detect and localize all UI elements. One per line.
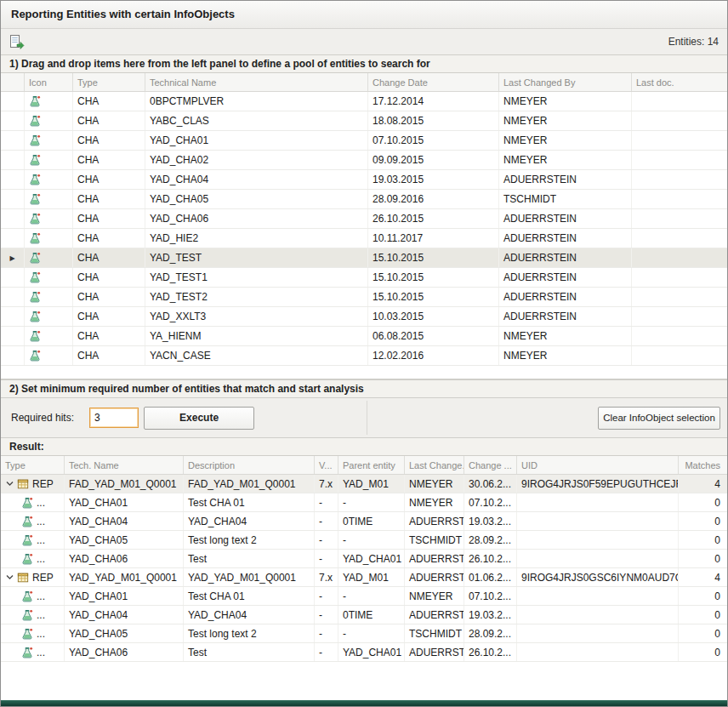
entity-row[interactable]: CHAYAD_XXLT310.03.2015ADUERRSTEIN	[1, 307, 727, 327]
cell-last-doc	[632, 92, 727, 111]
result-table-body: REPFAD_YAD_M01_Q0001FAD_YAD_M01_Q00017.x…	[1, 475, 727, 662]
entity-row[interactable]: CHAYAD_CHA0419.03.2015ADUERRSTEIN	[1, 170, 727, 190]
cell-type: CHA	[73, 170, 145, 189]
characteristic-icon	[25, 307, 73, 326]
cell-last-changed-by: ADUERRSTEIN	[499, 209, 632, 228]
result-child-row[interactable]: ...YAD_CHA05Test long text 2--TSCHMIDT28…	[1, 624, 727, 643]
cell-last-changed-by: ADUERRSTEIN	[499, 229, 632, 248]
column-header-uid[interactable]: UID	[517, 456, 679, 474]
column-header-matches[interactable]: Matches	[679, 456, 727, 474]
cell-change-date: 15.10.2015	[368, 248, 499, 267]
cell-change-date: 26.10.2015	[368, 209, 499, 228]
characteristic-icon	[21, 553, 33, 565]
cell-change: 26.10.2...	[464, 550, 517, 567]
result-child-row[interactable]: ...YAD_CHA04YAD_CHA04-0TIMEADUERRSTE...1…	[1, 512, 727, 531]
cell-uid: 9IROG4JRJS0F59EPUGUTHCEJR	[517, 475, 679, 493]
cell-type-text: REP	[32, 478, 54, 490]
cell-tech-name: YAD_CHA06	[65, 643, 184, 661]
cell-last-change: ADUERRSTE...	[405, 512, 464, 530]
entity-row[interactable]: CHAYAD_TEST115.10.2015ADUERRSTEIN	[1, 268, 727, 288]
cell-version: -	[315, 587, 338, 605]
cell-version: -	[315, 531, 338, 549]
entity-row[interactable]: CHAYAD_CHA0528.09.2016TSCHMIDT	[1, 190, 727, 209]
required-hits-label: Required hits:	[11, 412, 74, 424]
row-select-gutter	[1, 268, 25, 287]
cell-last-changed-by: ADUERRSTEIN	[499, 307, 632, 326]
row-select-gutter	[1, 307, 25, 326]
cell-version: -	[315, 493, 338, 511]
cell-change: 30.06.2...	[464, 475, 517, 493]
entity-row[interactable]: CHAYA_HIENM06.08.2015NMEYER	[1, 327, 727, 346]
column-header-last-change[interactable]: Last Change...	[405, 456, 464, 474]
entity-row[interactable]: CHAYAD_CHA0209.09.2015NMEYER	[1, 151, 727, 170]
column-header-icon[interactable]: Icon	[25, 73, 73, 91]
column-header-tech-name[interactable]: Tech. Name	[65, 456, 184, 474]
cell-parent-entity: -	[338, 587, 405, 605]
result-child-row[interactable]: ...YAD_CHA01Test CHA 01--NMEYER07.10.2..…	[1, 493, 727, 512]
characteristic-icon	[25, 170, 73, 189]
cell-matches: 0	[679, 531, 727, 549]
cell-change: 07.10.2...	[464, 587, 517, 605]
entity-row[interactable]: CHA0BPCTMPLVER17.12.2014NMEYER	[1, 92, 727, 111]
result-child-row[interactable]: ...YAD_CHA01Test CHA 01--NMEYER07.10.2..…	[1, 587, 727, 606]
column-header-last-doc[interactable]: Last doc.	[632, 73, 727, 91]
cell-uid: 9IROG4JRJS0GSC6IYNM0AUD7Q	[517, 568, 679, 586]
cell-last-doc	[632, 268, 727, 287]
entity-row[interactable]: CHAYABC_CLAS18.08.2015NMEYER	[1, 111, 727, 131]
cell-version: -	[315, 624, 338, 642]
cell-last-doc	[632, 327, 727, 345]
column-header-version[interactable]: V...	[315, 456, 338, 474]
entity-row[interactable]: CHAYAD_CHA0107.10.2015NMEYER	[1, 131, 727, 151]
required-hits-input[interactable]	[89, 408, 139, 428]
entity-row[interactable]: CHAYAD_CHA0626.10.2015ADUERRSTEIN	[1, 209, 727, 229]
result-parent-row[interactable]: REPFAD_YAD_M01_Q0001FAD_YAD_M01_Q00017.x…	[1, 475, 727, 493]
cell-last-changed-by: NMEYER	[499, 92, 632, 111]
cell-technical-name: YAD_HIE2	[145, 229, 368, 248]
cell-technical-name: YAD_TEST	[145, 248, 368, 267]
export-table-icon[interactable]	[9, 34, 25, 49]
entity-row[interactable]: CHAYAD_HIE210.11.2017ADUERRSTEIN	[1, 229, 727, 248]
cell-technical-name: 0BPCTMPLVER	[145, 92, 368, 111]
entity-row[interactable]: ▶CHAYAD_TEST15.10.2015ADUERRSTEIN	[1, 248, 727, 268]
clear-infoobject-selection-button[interactable]: Clear InfoObject selection	[598, 407, 720, 430]
cell-change: 19.03.2...	[464, 512, 517, 530]
entity-row[interactable]: CHAYACN_CASE12.02.2016NMEYER	[1, 346, 727, 366]
cell-last-changed-by: NMEYER	[499, 151, 632, 169]
collapse-chevron-icon[interactable]	[5, 573, 16, 582]
cell-parent-entity: -	[338, 624, 405, 642]
column-header-technical-name[interactable]: Technical Name	[145, 73, 368, 91]
cell-parent-entity: YAD_CHA01	[338, 550, 405, 567]
cell-matches: 0	[679, 624, 727, 642]
cell-version: -	[315, 606, 338, 624]
result-child-row[interactable]: ...YAD_CHA05Test long text 2--TSCHMIDT28…	[1, 531, 727, 550]
column-header-change-date[interactable]: Change Date	[368, 73, 499, 91]
column-header-parent-entity[interactable]: Parent entity	[338, 456, 405, 474]
row-select-gutter	[1, 151, 25, 169]
column-header-type[interactable]: Type	[73, 73, 145, 91]
cell-description: Test long text 2	[184, 624, 315, 642]
result-parent-row[interactable]: REPYAD_YAD_M01_Q0001YAD_YAD_M01_Q00017.x…	[1, 568, 727, 587]
cell-type: CHA	[73, 209, 145, 228]
entities-table-body: CHA0BPCTMPLVER17.12.2014NMEYERCHAYABC_CL…	[1, 92, 727, 366]
collapse-chevron-icon[interactable]	[5, 479, 16, 488]
cell-last-change: ADUERRSTE...	[405, 606, 464, 624]
cell-change-date: 28.09.2016	[368, 190, 499, 208]
cell-description: Test long text 2	[184, 531, 315, 549]
execute-button[interactable]: Execute	[144, 407, 254, 430]
cell-change: 07.10.2...	[464, 493, 517, 511]
characteristic-icon	[25, 131, 73, 150]
result-child-row[interactable]: ...YAD_CHA04YAD_CHA04-0TIMEADUERRSTE...1…	[1, 606, 727, 624]
result-child-row[interactable]: ...YAD_CHA06Test-YAD_CHA01ADUERRSTE...26…	[1, 643, 727, 662]
cell-matches: 4	[679, 568, 727, 586]
cell-technical-name: YAD_CHA04	[145, 170, 368, 189]
cell-technical-name: YAD_CHA02	[145, 151, 368, 169]
column-header-change[interactable]: Change ...	[464, 456, 517, 474]
column-header-description[interactable]: Description	[184, 456, 315, 474]
cell-last-change: ADUERRSTE...	[405, 568, 464, 586]
entity-row[interactable]: CHAYAD_TEST215.10.2015ADUERRSTEIN	[1, 288, 727, 307]
column-header-last-changed-by[interactable]: Last Changed By	[499, 73, 632, 91]
cell-last-changed-by: NMEYER	[499, 327, 632, 345]
column-header-type[interactable]: Type	[1, 456, 65, 474]
cell-type: REP	[1, 568, 65, 586]
result-child-row[interactable]: ...YAD_CHA06Test-YAD_CHA01ADUERRSTE...26…	[1, 550, 727, 568]
